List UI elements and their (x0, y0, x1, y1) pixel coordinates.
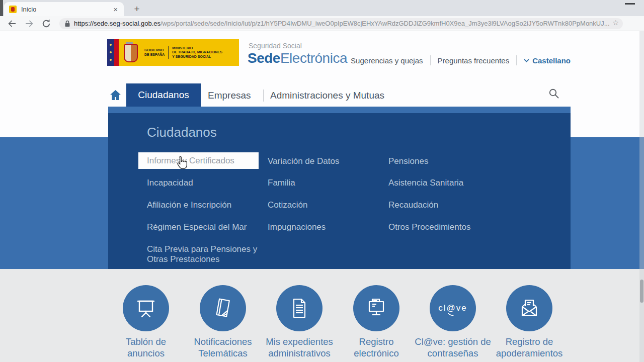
dropdown-title: Ciudadanos (147, 125, 217, 140)
link-sugerencias[interactable]: Sugerencias y quejas (351, 56, 423, 65)
quicklink-circle: cl@ve (430, 285, 476, 331)
brand-title: SedeElectrónica (248, 50, 347, 66)
minimize-window-icon[interactable] (625, 3, 635, 5)
board-icon (132, 294, 160, 322)
browser-toolbar: https://sede.seg-social.gob.es/wps/porta… (0, 16, 644, 31)
brand-subtitle: Seguridad Social (249, 42, 347, 50)
gov-logo-texts: GOBIERNO DE ESPAÑA MINISTERIO DE TRABAJO… (141, 39, 226, 66)
menu-item-recaudacion[interactable]: Recaudación (388, 200, 438, 210)
quicklink-tablon-de-anuncios[interactable]: Tablón deanuncios (103, 285, 189, 359)
quick-links-section: Tablón deanuncios NotificacionesTelemáti… (0, 269, 644, 362)
quicklink-registro-de-apoderamientos[interactable]: Registro deapoderamientos (487, 285, 572, 359)
brand-title-bold: Sede (248, 50, 280, 66)
url-path: /wps/portal/sede/sede/Inicio/lut/p/z1/hY… (160, 20, 610, 27)
folder-icon (209, 294, 237, 322)
menu-item-cita-previa[interactable]: Cita Previa para Pensiones y Otras Prest… (147, 244, 273, 264)
menu-item-familia[interactable]: Familia (268, 178, 295, 188)
reload-icon[interactable] (41, 19, 51, 29)
brand-title-light: Electrónica (280, 50, 347, 66)
lock-icon (64, 20, 70, 27)
ministerio-text: MINISTERIO DE TRABAJO, MIGRACIONES Y SEG… (168, 46, 226, 59)
language-selector[interactable]: Castellano (524, 56, 571, 65)
monitor-document-icon (362, 294, 390, 322)
menu-item-regimen-especial-del-mar[interactable]: Régimen Especial del Mar (147, 222, 247, 232)
quicklink-circle (200, 285, 246, 331)
tab-title: Inicio (21, 6, 112, 13)
chevron-down-icon (524, 59, 529, 62)
new-tab-button[interactable]: + (130, 2, 144, 16)
quicklink-circle (353, 285, 399, 331)
ciudadanos-dropdown-menu: Ciudadanos Informes y Certificados Incap… (108, 107, 571, 269)
gobierno-text: GOBIERNO DE ESPAÑA (141, 48, 168, 57)
ministerio-line1: MINISTERIO (172, 46, 222, 51)
window-edge (0, 0, 3, 16)
menu-item-label: Informes y Certificados (147, 156, 234, 166)
envelope-icon (515, 294, 543, 322)
sede-electronica-brand[interactable]: Seguridad Social SedeElectrónica (248, 42, 347, 66)
quicklink-label: Registroelectrónico (334, 336, 419, 359)
browser-tab-bar: Inicio × + (0, 0, 644, 16)
back-icon[interactable] (7, 19, 17, 29)
clave-logo: cl@ve (435, 294, 470, 322)
gobierno-espana-logo[interactable]: GOBIERNO DE ESPAÑA MINISTERIO DE TRABAJO… (107, 39, 239, 66)
nav-divider (263, 89, 264, 102)
link-preguntas-frecuentes[interactable]: Preguntas frecuentes (438, 56, 510, 65)
flag-red-stripe (114, 39, 119, 66)
quicklink-label: Mis expedientesadministrativos (257, 336, 342, 359)
quicklink-notificaciones-telematicas[interactable]: NotificacionesTelemáticas (180, 285, 266, 359)
screen: Inicio × + https://sede.seg-social.gob.e… (0, 0, 644, 362)
quicklink-clave[interactable]: cl@ve Cl@ve: gestión decontraseñas (410, 285, 496, 359)
scrollbar-thumb[interactable] (640, 280, 643, 303)
search-icon[interactable] (548, 88, 559, 99)
gobierno-line2: DE ESPAÑA (144, 53, 165, 57)
ministerio-line2: DE TRABAJO, MIGRACIONES (172, 50, 222, 55)
quicklink-circle (276, 285, 323, 331)
quicklink-label: Registro deapoderamientos (487, 336, 572, 359)
header-divider (516, 55, 517, 65)
quicklink-circle (506, 285, 552, 331)
close-tab-icon[interactable]: × (112, 6, 119, 13)
bookmark-star-icon[interactable]: ☆ (612, 19, 619, 27)
menu-item-otros-procedimientos[interactable]: Otros Procedimientos (388, 222, 470, 232)
menu-item-pensiones[interactable]: Pensiones (388, 156, 428, 166)
quicklink-label: Tablón deanuncios (103, 336, 189, 359)
site-favicon (9, 6, 17, 13)
home-icon[interactable] (109, 89, 122, 101)
header-links: Sugerencias y quejas Preguntas frecuente… (351, 55, 571, 65)
quicklink-label: NotificacionesTelemáticas (180, 336, 266, 359)
ministerio-line3: Y SEGURIDAD SOCIAL (172, 55, 222, 59)
coat-of-arms (124, 44, 138, 62)
browser-tab[interactable]: Inicio × (4, 2, 124, 16)
svg-text:cl@ve: cl@ve (438, 303, 467, 313)
tab-administraciones-y-mutuas[interactable]: Administraciones y Mutuas (270, 90, 384, 101)
menu-item-cotizacion[interactable]: Cotización (268, 200, 307, 210)
url-text: https://sede.seg-social.gob.es/wps/porta… (74, 20, 610, 27)
url-domain: https://sede.seg-social.gob.es (74, 20, 160, 27)
menu-item-informes-y-certificados[interactable]: Informes y Certificados (138, 152, 259, 169)
menu-item-impugnaciones[interactable]: Impugnaciones (268, 222, 326, 232)
document-icon (285, 294, 313, 322)
tab-ciudadanos[interactable]: Ciudadanos (126, 83, 201, 107)
menu-item-asistencia-sanitaria[interactable]: Asistencia Sanitaria (388, 178, 463, 188)
eu-flag-stripe (107, 39, 114, 66)
url-bar[interactable]: https://sede.seg-social.gob.es/wps/porta… (59, 18, 623, 29)
quicklink-mis-expedientes[interactable]: Mis expedientesadministrativos (257, 285, 342, 359)
forward-icon[interactable] (24, 19, 34, 29)
tab-empresas[interactable]: Empresas (208, 90, 251, 101)
quicklink-circle (123, 285, 169, 331)
menu-item-variacion-de-datos[interactable]: Variación de Datos (268, 156, 339, 166)
header-divider (430, 55, 431, 65)
scrollbar[interactable] (639, 31, 644, 362)
webpage: GOBIERNO DE ESPAÑA MINISTERIO DE TRABAJO… (0, 31, 644, 362)
gobierno-line1: GOBIERNO (144, 48, 165, 53)
menu-item-incapacidad[interactable]: Incapacidad (147, 178, 193, 188)
menu-item-afiliacion-e-inscripcion[interactable]: Afiliación e Inscripción (147, 200, 231, 210)
quicklink-label: Cl@ve: gestión decontraseñas (410, 336, 496, 359)
language-label: Castellano (532, 56, 571, 65)
quicklink-registro-electronico[interactable]: Registroelectrónico (334, 285, 419, 359)
